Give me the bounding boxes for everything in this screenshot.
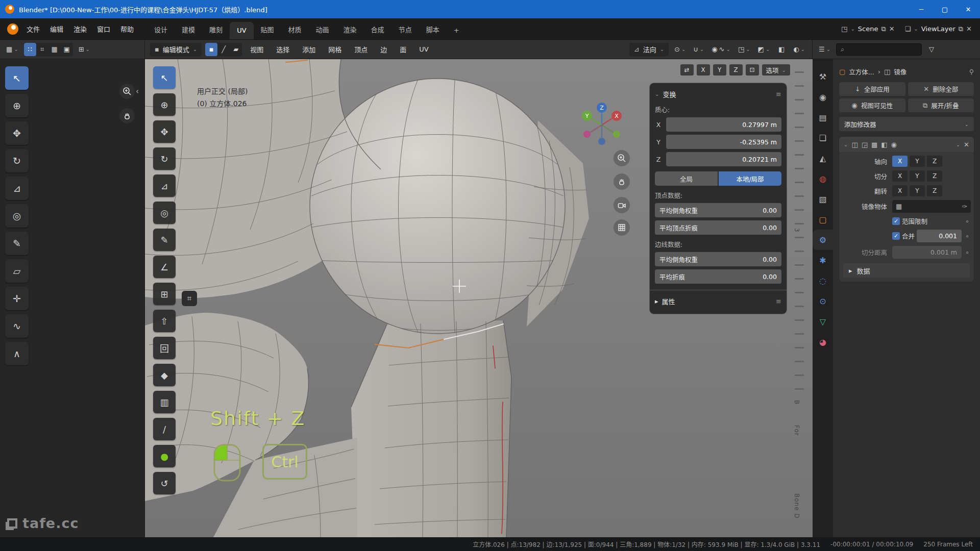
cage-toggle-icon[interactable]: ▩ — [871, 141, 877, 148]
eyedropper-icon[interactable]: ✑ — [962, 203, 967, 210]
tab-material[interactable]: ◕ — [813, 332, 833, 352]
bisect-x-toggle[interactable]: X — [892, 170, 908, 182]
show-overlays-button[interactable]: ◩ ⌄ — [756, 43, 772, 56]
menu-file[interactable]: 文件 — [21, 21, 45, 36]
navigation-gizmo[interactable]: Z Y X — [577, 101, 626, 149]
pin-icon[interactable]: ⚲ — [969, 68, 974, 76]
add-modifier-dropdown[interactable]: 添加修改器 ⌄ — [839, 117, 974, 131]
uv-select-island-button[interactable]: ▣ — [61, 43, 73, 56]
breadcrumb-object[interactable]: 立方体... — [849, 67, 874, 77]
tool-cursor[interactable]: ⊕ — [153, 93, 176, 116]
menu-edit[interactable]: 编辑 — [45, 21, 68, 36]
shading-mode-button[interactable]: ◐ ⌄ — [791, 43, 807, 56]
modifier-extras-icon[interactable]: ⌄ — [956, 142, 960, 147]
mode-dropdown[interactable]: ▪ 编辑模式 ⌄ — [150, 43, 202, 56]
vertex-mode-button[interactable]: ▪ — [205, 43, 217, 56]
menu-window[interactable]: 窗口 — [92, 21, 115, 36]
workspace-tab-nodes[interactable]: 节点 — [391, 20, 419, 39]
edge-mode-button[interactable]: ╱ — [217, 43, 230, 56]
tab-constraints[interactable]: ⊙ — [813, 291, 833, 311]
tool-extrude[interactable]: ⇧ — [153, 310, 176, 332]
tool-rotate[interactable]: ↻ — [153, 147, 176, 170]
workspace-tab-animation[interactable]: 动画 — [309, 20, 336, 39]
remove-modifier-icon[interactable]: ✕ — [964, 141, 969, 148]
bisect-distance-field[interactable]: 0.001 m — [892, 246, 962, 259]
realtime-toggle-icon[interactable]: ◧ — [881, 141, 887, 148]
view-visibility-button[interactable]: ◉ 视图可见性 — [839, 98, 905, 112]
blender-logo-icon[interactable] — [7, 23, 18, 35]
tool-spin[interactable]: ↺ — [153, 472, 176, 494]
animate-dot-icon[interactable]: ∘ — [964, 248, 971, 256]
copy-scene-icon[interactable]: ⧉ — [881, 26, 886, 32]
uv-tool-shear[interactable]: ▱ — [5, 259, 29, 283]
breadcrumb-modifier[interactable]: 镜像 — [894, 67, 906, 77]
snap-extra-icon[interactable]: ⊡ — [746, 64, 759, 76]
gizmo-neg-y-axis[interactable] — [613, 131, 620, 138]
uv-tool-select-box[interactable]: ↖ — [5, 66, 29, 90]
viewport-camera-button[interactable] — [614, 197, 630, 213]
mirror-modifier-header[interactable]: ⌄ ◫ ◲ ▩ ◧ ◉ ⌄ ✕ — [839, 137, 974, 152]
properties-filter-button[interactable]: ▽ — [925, 43, 938, 56]
delete-all-button[interactable]: ✕ 删除全部 — [908, 82, 974, 96]
workspace-tab-rendering[interactable]: 渲染 — [336, 20, 364, 39]
tab-scene[interactable]: ◭ — [813, 148, 833, 168]
viewport-pan-button[interactable] — [614, 173, 630, 190]
mirror-object-field[interactable]: ▦ ✑ — [892, 200, 971, 213]
median-y-field[interactable]: -0.25395 m — [666, 135, 781, 149]
uv-tool-transform[interactable]: ◎ — [5, 204, 29, 228]
workspace-tab-compositing[interactable]: 合成 — [364, 20, 391, 39]
3d-viewport[interactable]: 用户正交 (局部) (0) 立方体.026 ↖ ⊕ ✥ ↻ ⊿ ◎ ✎ ∠ ⊞ … — [145, 59, 813, 537]
tool-move[interactable]: ✥ — [153, 120, 176, 143]
copy-viewlayer-icon[interactable]: ⧉ — [959, 26, 963, 32]
uv-tool-rotate[interactable]: ↻ — [5, 149, 29, 172]
tool-add-cube[interactable]: ⊞ — [153, 283, 176, 305]
tool-annotate[interactable]: ✎ — [153, 229, 176, 251]
uv-tool-annotate[interactable]: ✎ — [5, 232, 29, 255]
avg-bevel-weight-field[interactable]: 平均倒角权重 0.00 — [655, 203, 781, 217]
tab-modifiers[interactable]: ⚙ — [813, 230, 833, 250]
workspace-tab-material[interactable]: 材质 — [281, 20, 309, 39]
uv-tool-grab[interactable]: ✛ — [5, 287, 29, 310]
close-button[interactable]: ✕ — [957, 0, 980, 18]
uv-tool-pinch[interactable]: ∧ — [5, 342, 29, 365]
menu-face[interactable]: 面 — [395, 43, 411, 56]
uv-select-face-button[interactable]: ▦ — [48, 43, 61, 56]
menu-vertex[interactable]: 顶点 — [350, 43, 372, 56]
gizmo-neg-x-axis[interactable] — [583, 131, 591, 138]
flip-z-toggle[interactable]: Z — [927, 185, 942, 196]
tool-transform[interactable]: ◎ — [153, 202, 176, 224]
maximize-button[interactable]: ▢ — [933, 0, 957, 18]
workspace-tab-design[interactable]: 设计 — [147, 20, 175, 39]
median-z-field[interactable]: 0.20721 m — [666, 152, 781, 166]
uv-editor-type-button[interactable]: ▦ ⌄ — [4, 43, 20, 56]
uv-select-edge-button[interactable]: ⌗ — [36, 43, 48, 56]
tab-output[interactable]: ▤ — [813, 107, 833, 128]
edge-bevel-weight-field[interactable]: 平均倒角权重 0.00 — [655, 252, 781, 266]
apply-all-button[interactable]: ↓ 全部应用 — [839, 82, 905, 96]
viewport-zoom-button[interactable] — [614, 150, 630, 166]
collapse-region-icon[interactable]: ‹ — [136, 87, 139, 96]
tab-object-data[interactable]: ▽ — [813, 311, 833, 332]
tool-poly-build[interactable]: ● — [153, 445, 176, 467]
workspace-tab-sculpting[interactable]: 雕刻 — [202, 20, 230, 39]
tab-particles[interactable]: ✱ — [813, 250, 833, 270]
tablet-popup-icon[interactable]: ⌗ — [182, 291, 197, 306]
tab-world[interactable]: ◍ — [813, 168, 833, 189]
pivot-point-button[interactable]: ⊙ ⌄ — [672, 43, 688, 56]
clipping-checkbox[interactable]: ✓ — [892, 217, 900, 225]
tool-loop-cut[interactable]: ▥ — [153, 391, 176, 413]
merge-checkbox[interactable]: ✓ — [892, 232, 900, 240]
remove-viewlayer-icon[interactable]: ✕ — [966, 26, 972, 32]
options-dropdown[interactable]: 选项 ⌄ — [762, 64, 790, 76]
panel-menu-icon[interactable]: ≡ — [776, 90, 781, 98]
tool-knife[interactable]: ∕ — [153, 418, 176, 440]
snap-button[interactable]: ∪ ⌄ — [691, 43, 706, 56]
orientation-dropdown[interactable]: ⊿ 法向 ⌄ — [629, 43, 669, 56]
properties-editor-type-button[interactable]: ☰ ⌄ — [817, 43, 832, 56]
axis-y-toggle[interactable]: Y — [910, 156, 925, 167]
sidebar-tab-bone-d[interactable]: Bone D — [793, 493, 800, 519]
animate-dot-icon[interactable]: ∘ — [964, 217, 971, 225]
uv-tool-relax[interactable]: ∿ — [5, 314, 29, 338]
global-button[interactable]: 全局 — [655, 171, 718, 186]
face-mode-button[interactable]: ▰ — [230, 43, 242, 56]
